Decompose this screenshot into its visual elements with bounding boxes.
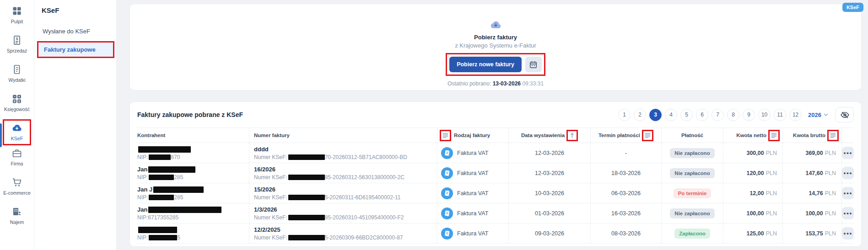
active-nav-indicator <box>0 123 2 147</box>
invoice-number-cell: 12/2/2025 Numer KSeF:5-20260309-66BD2C80… <box>249 223 437 243</box>
accounting-icon <box>11 93 22 104</box>
filter-icon[interactable] <box>830 132 836 139</box>
invoice-type-icon <box>441 187 453 199</box>
redacted-ksef-number <box>288 195 325 200</box>
page-button-4[interactable]: 4 <box>665 109 677 121</box>
row-actions-button[interactable]: ●●● <box>842 147 854 159</box>
net-amount-cell: 12,00PLN <box>723 183 782 203</box>
invoice-type-cell: Faktura VAT <box>437 223 508 243</box>
sort-up-icon[interactable] <box>569 132 576 139</box>
gross-amount-cell: 369,00PLN <box>782 143 841 163</box>
sidebar-item-firma[interactable]: Firma <box>1 148 33 170</box>
invoice-number-cell: 15/2026 Numer KSeF:5-20260311-6D61954000… <box>249 183 437 203</box>
sidebar-item-sprzedaz[interactable]: $ Sprzedaż <box>1 35 33 58</box>
due-date-cell: - <box>590 143 661 163</box>
sidebar-item-wydatki[interactable]: Wydatki <box>1 64 33 87</box>
sidebar-item-ksef[interactable]: KSeF <box>3 119 31 145</box>
contractor-cell: NIP:670 <box>137 143 249 163</box>
page-button-10[interactable]: 10 <box>758 109 771 121</box>
row-actions-button[interactable]: ●●● <box>842 207 854 219</box>
ksef-cloud-download-icon <box>11 122 22 133</box>
table-row: Jan J NIP:285 15/2026 Numer KSeF:5-20260… <box>137 183 854 203</box>
invoice-type-icon <box>441 207 453 219</box>
main-content: KSeF Pobierz faktury z Krajowego Systemu… <box>117 0 868 250</box>
submenu-item-faktury-zakupowe[interactable]: Faktury zakupowe <box>38 43 113 57</box>
payment-status-cell: Nie zapłacono <box>661 203 723 223</box>
gross-amount-cell: 147,60PLN <box>782 163 841 183</box>
submenu-title: KSeF <box>34 6 116 14</box>
row-actions-button[interactable]: ●●● <box>842 227 854 239</box>
payment-status-badge: Nie zapłacono <box>670 208 714 218</box>
annotation-box-filter <box>642 130 653 141</box>
invoice-type-icon <box>441 147 453 159</box>
filter-icon[interactable] <box>644 132 651 139</box>
redacted-ksef-number <box>288 175 325 180</box>
icon-rail: Pulpit $ Sprzedaż Wydatki Księgowość KSe <box>0 0 34 250</box>
dashboard-icon <box>11 5 22 16</box>
net-amount-cell: 300,00PLN <box>723 143 782 163</box>
calendar-button[interactable] <box>525 57 542 72</box>
due-date-cell: 18-03-2026 <box>590 163 661 183</box>
contractor-cell: Jan NIP:285 <box>137 163 249 183</box>
redacted-contractor-name <box>138 146 191 153</box>
chevron-down-icon <box>824 113 828 116</box>
page-button-2[interactable]: 2 <box>634 109 646 121</box>
eye-off-icon <box>840 110 850 120</box>
pagination: 123456789101112 <box>618 109 802 121</box>
redacted-contractor-name <box>138 227 177 233</box>
contractor-cell: NIP:5 <box>137 223 249 243</box>
ksef-badge: KSeF <box>842 3 863 12</box>
due-date-cell: 16-03-2026 <box>590 203 661 223</box>
annotation-box-faktury-zakupowe: Faktury zakupowe <box>37 41 114 58</box>
annotation-box-filter <box>768 130 780 141</box>
actions-cell: ●●● <box>841 203 854 223</box>
page-button-7[interactable]: 7 <box>712 109 724 121</box>
payment-status-badge: Nie zapłacono <box>670 168 714 178</box>
annotation-box-filter <box>827 130 839 141</box>
filter-icon[interactable] <box>442 132 449 139</box>
due-date-cell: 08-03-2026 <box>590 223 661 243</box>
invoice-type-cell: Faktura VAT <box>437 183 508 203</box>
hide-columns-button[interactable] <box>836 107 854 122</box>
actions-cell: ●●● <box>841 143 854 163</box>
page-button-9[interactable]: 9 <box>743 109 755 121</box>
submenu-item-wyslane[interactable]: Wysłane do KSeF <box>37 24 113 38</box>
page-button-5[interactable]: 5 <box>680 109 693 121</box>
invoices-table-card: Faktury zakupowe pobrane z KSeF 12345678… <box>129 101 862 247</box>
filter-icon[interactable] <box>771 132 777 139</box>
redacted-contractor-name <box>148 207 221 213</box>
page-button-12[interactable]: 12 <box>789 109 802 121</box>
row-actions-button[interactable]: ●●● <box>842 187 854 199</box>
col-header-gross: Kwota brutto <box>782 128 841 143</box>
col-header-payment: Płatność <box>661 128 723 143</box>
col-header-net: Kwota netto <box>723 128 782 143</box>
invoice-type-cell: Faktura VAT <box>437 163 508 183</box>
page-button-11[interactable]: 11 <box>774 109 786 121</box>
calendar-icon <box>529 60 538 69</box>
invoice-type-icon <box>441 167 453 179</box>
year-select[interactable]: 2026 <box>808 112 828 118</box>
row-actions-button[interactable]: ●●● <box>842 167 854 179</box>
sidebar-item-ecommerce[interactable]: E-commerce <box>1 177 33 200</box>
sidebar-item-pulpit[interactable]: Pulpit <box>1 5 33 28</box>
page-button-8[interactable]: 8 <box>727 109 739 121</box>
page-button-3[interactable]: 3 <box>649 109 662 121</box>
svg-text:$: $ <box>16 37 18 41</box>
gross-amount-cell: 14,76PLN <box>782 183 841 203</box>
col-header-invoice-number: Numer faktury <box>249 128 437 143</box>
sidebar-item-ksiegowosc[interactable]: Księgowość <box>1 93 33 116</box>
issue-date-cell: 01-03-2026 <box>508 203 590 223</box>
page-button-6[interactable]: 6 <box>696 109 708 121</box>
actions-cell: ●●● <box>841 163 854 183</box>
annotation-box-sort <box>566 130 578 141</box>
sidebar-item-najem[interactable]: Najem <box>1 206 33 229</box>
page-button-1[interactable]: 1 <box>618 109 631 121</box>
redacted-nip <box>149 195 174 200</box>
table-body: NIP:670 dddd Numer KSeF:70-20260312-5B71… <box>137 143 854 244</box>
redacted-ksef-number <box>288 235 325 240</box>
issue-date-cell: 12-03-2026 <box>508 163 590 183</box>
payment-status-cell: Zapłacono <box>661 223 723 243</box>
annotation-box-download-buttons: Pobierz nowe faktury <box>446 53 545 76</box>
table-row: Jan NIP:285 16/2026 Numer KSeF:85-202603… <box>137 163 854 183</box>
download-new-invoices-button[interactable]: Pobierz nowe faktury <box>449 57 522 72</box>
